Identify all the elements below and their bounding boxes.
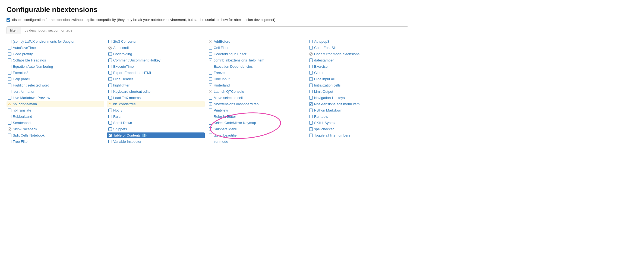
ext-item-nb-conda-main[interactable]: ⚠nb_conda/main [7, 101, 104, 107]
ext-link-code-font-size[interactable]: Code Font Size [314, 46, 339, 50]
ext-link-rubberband[interactable]: Rubberband [13, 115, 32, 119]
ext-link-equation-auto-numbering[interactable]: Equation Auto Numbering [13, 64, 53, 69]
ext-item-scroll-down[interactable]: Scroll Down [107, 120, 205, 126]
ext-item-runtools[interactable]: Runtools [308, 114, 406, 119]
ext-link-export-embedded-html[interactable]: Export Embedded HTML [113, 71, 152, 75]
ext-item-hide-header[interactable]: Hide Header [107, 76, 205, 82]
ext-link-move-selected-cells[interactable]: Move selected cells [214, 96, 244, 100]
ext-link-tree-filter[interactable]: Tree Filter [13, 140, 29, 144]
ext-item-scratchpad[interactable]: Scratchpad [7, 120, 104, 126]
ext-link-datestamper[interactable]: datestamper [314, 58, 334, 62]
ext-link-codefolding[interactable]: Codefolding [113, 52, 132, 56]
ext-item-variable-inspector[interactable]: Variable Inspector [107, 139, 205, 144]
ext-item-autosavetime[interactable]: AutoSaveTime [7, 45, 104, 51]
ext-link-table-of-contents[interactable]: Table of Contents [113, 133, 141, 137]
ext-link-nb-conda-tree[interactable]: nb_conda/tree [113, 102, 136, 106]
ext-link-runtools[interactable]: Runtools [314, 115, 328, 119]
ext-link-zenmode[interactable]: zenmode [214, 140, 228, 144]
ext-item-snippets[interactable]: Snippets [107, 126, 205, 132]
ext-link-freeze[interactable]: Freeze [214, 71, 225, 75]
ext-link-nbtranslate[interactable]: nbTranslate [13, 108, 31, 112]
ext-item-printview[interactable]: Printview [207, 107, 305, 113]
ext-item-limit-output[interactable]: Limit Output [308, 89, 406, 94]
ext-item-move-selected-cells[interactable]: Move selected cells [207, 95, 305, 101]
ext-link-execution-dependencies[interactable]: Execution Dependencies [214, 64, 253, 69]
ext-item-latex-env[interactable]: (some) LaTeX environments for Jupyter [7, 39, 104, 44]
ext-link-printview[interactable]: Printview [214, 108, 228, 112]
ext-item-autopep8[interactable]: Autopep8 [308, 39, 406, 44]
ext-link-addbefore[interactable]: AddBefore [214, 39, 230, 44]
ext-link-hinterland[interactable]: Hinterland [214, 83, 230, 87]
ext-item-exercise[interactable]: Exercise [308, 64, 406, 69]
ext-link-limit-output[interactable]: Limit Output [314, 89, 333, 94]
ext-item-launch-qtconsole[interactable]: Launch QTConsole [207, 89, 305, 94]
ext-link-code-prettify[interactable]: Code prettify [13, 52, 33, 56]
ext-item-zenmode[interactable]: zenmode [207, 139, 305, 144]
ext-link-variable-inspector[interactable]: Variable Inspector [113, 140, 141, 144]
ext-link-autosavetime[interactable]: AutoSaveTime [13, 46, 36, 50]
ext-item-skill-syntax[interactable]: SKILL Syntax [308, 120, 406, 126]
ext-link-launch-qtconsole[interactable]: Launch QTConsole [214, 89, 244, 94]
ext-item-hide-input[interactable]: Hide input [207, 76, 305, 82]
ext-item-code-prettify[interactable]: Code prettify [7, 51, 104, 57]
ext-item-nb-conda-tree[interactable]: ⚠nb_conda/tree [107, 101, 205, 107]
ext-link-live-markdown-preview[interactable]: Live Markdown Preview [13, 96, 50, 100]
ext-item-python-markdown[interactable]: Python Markdown [308, 107, 406, 113]
ext-item-highlight-selected-word[interactable]: Highlight selected word [7, 82, 104, 88]
ext-item-nbtranslate[interactable]: nbTranslate [7, 107, 104, 113]
ext-item-hinterland[interactable]: Hinterland [207, 82, 305, 88]
ext-item-skip-traceback[interactable]: Skip-Traceback [7, 126, 104, 132]
ext-item-isort-formatter[interactable]: isort formatter [7, 89, 104, 94]
compat-checkbox[interactable] [7, 18, 10, 22]
ext-link-select-codemirror-keymap[interactable]: Select CodeMirror Keymap [214, 121, 256, 125]
ext-link-skill-syntax[interactable]: SKILL Syntax [314, 121, 335, 125]
ext-link-split-cells-notebook[interactable]: Split Cells Notebook [13, 133, 45, 137]
ext-item-tree-filter[interactable]: Tree Filter [7, 139, 104, 144]
ext-link-codemirror-mode-extensions[interactable]: CodeMirror mode extensions [314, 52, 359, 56]
ext-link-executetime[interactable]: ExecuteTime [113, 64, 134, 69]
ext-link-highlight-selected-word[interactable]: Highlight selected word [13, 83, 49, 87]
ext-link-nbextensions-edit-menu-item[interactable]: Nbextensions edit menu item [314, 102, 360, 106]
ext-item-keyboard-shortcut-editor[interactable]: Keyboard shortcut editor [107, 89, 205, 94]
ext-link-comment-uncomment-hotkey[interactable]: Comment/Uncomment Hotkey [113, 58, 160, 62]
ext-item-codefolding-in-editor[interactable]: Codefolding in Editor [207, 51, 305, 57]
ext-item-highlighter[interactable]: highlighter [107, 82, 205, 88]
ext-item-comment-uncomment-hotkey[interactable]: Comment/Uncomment Hotkey [107, 57, 205, 63]
ext-item-addbefore[interactable]: AddBefore [207, 39, 305, 44]
ext-link-highlighter[interactable]: highlighter [113, 83, 130, 87]
ext-item-notify[interactable]: Notify [107, 107, 205, 113]
ext-item-equation-auto-numbering[interactable]: Equation Auto Numbering [7, 64, 104, 69]
ext-item-contrib-nbextensions-help-item[interactable]: contrib_nbextensions_help_item [207, 57, 305, 63]
ext-item-rubberband[interactable]: Rubberband [7, 114, 104, 119]
ext-link-skip-traceback[interactable]: Skip-Traceback [13, 127, 37, 131]
filter-input[interactable] [21, 27, 408, 34]
ext-link-load-tex-macros[interactable]: Load TeX macros [113, 96, 141, 100]
ext-item-ruler-in-editor[interactable]: Ruler in Editor [207, 114, 305, 119]
ext-item-ruler[interactable]: Ruler [107, 114, 205, 119]
ext-link-scroll-down[interactable]: Scroll Down [113, 121, 132, 125]
ext-link-autoscroll[interactable]: Autoscroll [113, 46, 129, 50]
ext-link-hide-input[interactable]: Hide input [214, 77, 230, 81]
ext-item-help-panel[interactable]: Help panel [7, 76, 104, 82]
ext-link-gist-it[interactable]: Gist-it [314, 71, 323, 75]
ext-link-cell-filter[interactable]: Cell Filter [214, 46, 229, 50]
ext-item-split-cells-notebook[interactable]: Split Cells Notebook [7, 132, 104, 138]
ext-link-scratchpad[interactable]: Scratchpad [13, 121, 31, 125]
ext-link-ruler[interactable]: Ruler [113, 115, 122, 119]
ext-item-code-font-size[interactable]: Code Font Size [308, 45, 406, 51]
ext-link-hide-input-all[interactable]: Hide input all [314, 77, 334, 81]
ext-link-isort-formatter[interactable]: isort formatter [13, 89, 34, 94]
ext-link-hide-header[interactable]: Hide Header [113, 77, 133, 81]
ext-item-spellchecker[interactable]: spellchecker [308, 126, 406, 132]
ext-item-gist-it[interactable]: Gist-it [308, 70, 406, 76]
ext-item-autoscroll[interactable]: Autoscroll [107, 45, 205, 51]
ext-link-ruler-in-editor[interactable]: Ruler in Editor [214, 115, 236, 119]
ext-item-execution-dependencies[interactable]: Execution Dependencies [207, 64, 305, 69]
ext-link-initialization-cells[interactable]: Initialization cells [314, 83, 341, 87]
ext-link-navigation-hotkeys[interactable]: Navigation-Hotkeys [314, 96, 345, 100]
ext-item-2to3-converter[interactable]: 2to3 Converter [107, 39, 205, 44]
ext-item-export-embedded-html[interactable]: Export Embedded HTML [107, 70, 205, 76]
ext-item-executetime[interactable]: ExecuteTime [107, 64, 205, 69]
ext-link-snippets[interactable]: Snippets [113, 127, 127, 131]
ext-link-notify[interactable]: Notify [113, 108, 122, 112]
